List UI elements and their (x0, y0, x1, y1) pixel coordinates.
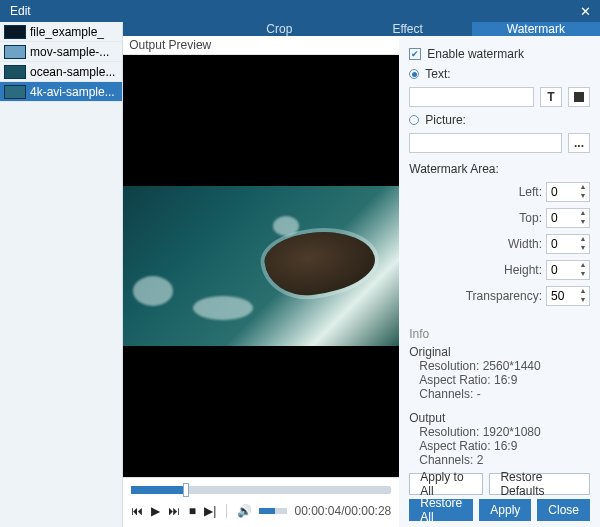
spin-down-icon[interactable]: ▼ (577, 296, 589, 305)
window-title: Edit (10, 4, 576, 18)
main-area: Crop Effect Watermark Output Preview (123, 22, 600, 527)
tab-spacer (123, 22, 215, 36)
text-radio-row: Text: (409, 67, 590, 81)
content: Output Preview ⏮ (123, 36, 600, 527)
tab-crop[interactable]: Crop (215, 22, 343, 36)
area-header: Watermark Area: (409, 162, 590, 176)
spin-down-icon[interactable]: ▼ (577, 244, 589, 253)
foam (273, 216, 299, 236)
enable-row: ✔ Enable watermark (409, 47, 590, 61)
left-spinner[interactable]: ▲▼ (546, 182, 590, 202)
width-spinner[interactable]: ▲▼ (546, 234, 590, 254)
button-row-upper: Apply to All Restore Defaults (409, 467, 590, 495)
watermark-area-label: Watermark Area: (409, 162, 499, 176)
orig-channels: Channels: - (409, 387, 590, 401)
width-label: Width: (472, 237, 542, 251)
picture-radio[interactable] (409, 115, 419, 125)
video-preview (123, 55, 399, 477)
spin-down-icon[interactable]: ▼ (577, 270, 589, 279)
enable-watermark-checkbox[interactable]: ✔ (409, 48, 421, 60)
picture-input-row: ... (409, 133, 590, 153)
out-channels: Channels: 2 (409, 453, 590, 467)
apply-all-button[interactable]: Apply to All (409, 473, 483, 495)
titlebar: Edit ✕ (0, 0, 600, 22)
file-item[interactable]: file_example_ (0, 22, 122, 42)
spin-down-icon[interactable]: ▼ (577, 192, 589, 201)
top-row: Top: ▲▼ (409, 208, 590, 228)
tab-effect[interactable]: Effect (344, 22, 472, 36)
height-spinner[interactable]: ▲▼ (546, 260, 590, 280)
seek-thumb[interactable] (183, 483, 189, 497)
transparency-spinner[interactable]: ▲▼ (546, 286, 590, 306)
watermark-picture-input[interactable] (409, 133, 562, 153)
left-label: Left: (472, 185, 542, 199)
picture-radio-row: Picture: (409, 113, 590, 127)
spin-up-icon[interactable]: ▲ (577, 261, 589, 270)
rock-shape (262, 226, 378, 299)
player-controls: ⏮ ▶ ⏭ ■ ▶| 🔊 00:00:04/00:00:28 (123, 477, 399, 527)
height-input[interactable] (547, 263, 577, 277)
top-input[interactable] (547, 211, 577, 225)
transparency-label: Transparency: (456, 289, 542, 303)
orig-resolution: Resolution: 2560*1440 (409, 359, 590, 373)
transparency-input[interactable] (547, 289, 577, 303)
prev-frame-icon[interactable]: ⏮ (131, 504, 143, 518)
file-thumb-icon (4, 25, 26, 39)
app-body: file_example_ mov-sample-... ocean-sampl… (0, 22, 600, 527)
left-input[interactable] (547, 185, 577, 199)
file-item[interactable]: mov-sample-... (0, 42, 122, 62)
step-icon[interactable]: ▶| (204, 504, 216, 518)
top-label: Top: (472, 211, 542, 225)
close-button[interactable]: Close (537, 499, 590, 521)
left-row: Left: ▲▼ (409, 182, 590, 202)
seek-bar[interactable] (131, 486, 391, 494)
spin-up-icon[interactable]: ▲ (577, 235, 589, 244)
file-name: file_example_ (30, 25, 104, 39)
file-thumb-icon (4, 45, 26, 59)
spin-up-icon[interactable]: ▲ (577, 183, 589, 192)
foam (133, 276, 173, 306)
restore-defaults-button[interactable]: Restore Defaults (489, 473, 590, 495)
browse-button[interactable]: ... (568, 133, 590, 153)
svg-rect-0 (574, 92, 584, 102)
volume-fill (259, 508, 276, 514)
timecode: 00:00:04/00:00:28 (295, 504, 392, 518)
spin-down-icon[interactable]: ▼ (577, 218, 589, 227)
watermark-panel: ✔ Enable watermark Text: T Picture: (399, 36, 600, 527)
spin-up-icon[interactable]: ▲ (577, 287, 589, 296)
transparency-row: Transparency: ▲▼ (409, 286, 590, 306)
text-radio-label: Text: (425, 67, 450, 81)
restore-all-button[interactable]: Restore All (409, 499, 473, 521)
text-input-row: T (409, 87, 590, 107)
play-icon[interactable]: ▶ (151, 504, 160, 518)
original-header: Original (409, 345, 590, 359)
file-item[interactable]: 4k-avi-sample... (0, 82, 122, 102)
apply-button[interactable]: Apply (479, 499, 531, 521)
font-button[interactable]: T (540, 87, 562, 107)
text-color-button[interactable] (568, 87, 590, 107)
tab-bar: Crop Effect Watermark (123, 22, 600, 36)
text-radio[interactable] (409, 69, 419, 79)
volume-slider[interactable] (259, 508, 287, 514)
control-row: ⏮ ▶ ⏭ ■ ▶| 🔊 00:00:04/00:00:28 (131, 504, 391, 518)
tab-watermark[interactable]: Watermark (472, 22, 600, 36)
volume-icon[interactable]: 🔊 (237, 504, 251, 518)
picture-radio-label: Picture: (425, 113, 466, 127)
color-icon (573, 91, 585, 103)
file-sidebar: file_example_ mov-sample-... ocean-sampl… (0, 22, 123, 527)
top-spinner[interactable]: ▲▼ (546, 208, 590, 228)
next-frame-icon[interactable]: ⏭ (168, 504, 180, 518)
info-header: Info (409, 327, 590, 341)
file-thumb-icon (4, 65, 26, 79)
watermark-text-input[interactable] (409, 87, 534, 107)
close-icon[interactable]: ✕ (576, 4, 594, 19)
file-name: mov-sample-... (30, 45, 109, 59)
enable-watermark-label: Enable watermark (427, 47, 524, 61)
file-thumb-icon (4, 85, 26, 99)
preview-label: Output Preview (123, 36, 399, 55)
file-item[interactable]: ocean-sample... (0, 62, 122, 82)
width-input[interactable] (547, 237, 577, 251)
button-row-lower: Restore All Apply Close (409, 495, 590, 525)
stop-icon[interactable]: ■ (188, 504, 196, 518)
spin-up-icon[interactable]: ▲ (577, 209, 589, 218)
